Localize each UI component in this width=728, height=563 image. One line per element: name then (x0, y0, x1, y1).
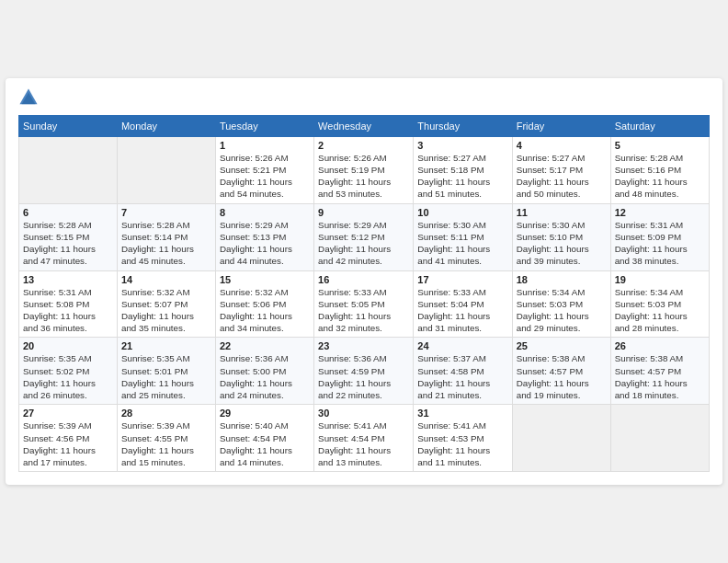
weekday-header-row: SundayMondayTuesdayWednesdayThursdayFrid… (19, 115, 710, 136)
day-number: 20 (23, 340, 113, 351)
day-number: 22 (220, 340, 310, 351)
day-number: 31 (417, 408, 507, 419)
day-detail: Sunrise: 5:39 AM Sunset: 4:56 PM Dayligh… (23, 419, 113, 468)
day-detail: Sunrise: 5:33 AM Sunset: 5:05 PM Dayligh… (318, 286, 409, 335)
day-detail: Sunrise: 5:38 AM Sunset: 4:57 PM Dayligh… (615, 352, 705, 401)
day-number: 9 (318, 207, 409, 218)
calendar-cell: 22Sunrise: 5:36 AM Sunset: 5:00 PM Dayli… (215, 338, 313, 405)
day-number: 15 (220, 274, 310, 285)
day-number: 11 (517, 207, 607, 218)
calendar-cell: 21Sunrise: 5:35 AM Sunset: 5:01 PM Dayli… (117, 338, 215, 405)
day-number: 3 (417, 140, 507, 151)
day-detail: Sunrise: 5:36 AM Sunset: 5:00 PM Dayligh… (220, 352, 310, 401)
day-detail: Sunrise: 5:27 AM Sunset: 5:17 PM Dayligh… (517, 152, 607, 201)
weekday-monday: Monday (117, 115, 215, 136)
calendar-cell: 30Sunrise: 5:41 AM Sunset: 4:54 PM Dayli… (314, 405, 414, 472)
calendar-cell: 12Sunrise: 5:31 AM Sunset: 5:09 PM Dayli… (610, 203, 709, 270)
calendar-cell: 14Sunrise: 5:32 AM Sunset: 5:07 PM Dayli… (117, 270, 215, 338)
day-detail: Sunrise: 5:41 AM Sunset: 4:54 PM Dayligh… (318, 419, 409, 468)
weekday-friday: Friday (512, 115, 610, 136)
day-detail: Sunrise: 5:34 AM Sunset: 5:03 PM Dayligh… (517, 286, 607, 335)
day-detail: Sunrise: 5:32 AM Sunset: 5:06 PM Dayligh… (220, 286, 310, 335)
logo-icon (18, 87, 39, 108)
calendar-cell: 24Sunrise: 5:37 AM Sunset: 4:58 PM Dayli… (414, 338, 512, 405)
week-row-1: 1Sunrise: 5:26 AM Sunset: 5:21 PM Daylig… (19, 136, 710, 203)
weekday-tuesday: Tuesday (215, 115, 313, 136)
day-detail: Sunrise: 5:28 AM Sunset: 5:16 PM Dayligh… (615, 152, 705, 201)
day-detail: Sunrise: 5:38 AM Sunset: 4:57 PM Dayligh… (517, 352, 607, 401)
calendar-cell: 2Sunrise: 5:26 AM Sunset: 5:19 PM Daylig… (314, 136, 414, 203)
week-row-2: 6Sunrise: 5:28 AM Sunset: 5:15 PM Daylig… (19, 203, 710, 270)
day-detail: Sunrise: 5:28 AM Sunset: 5:14 PM Dayligh… (121, 219, 211, 268)
calendar-header (18, 87, 710, 108)
calendar-cell: 27Sunrise: 5:39 AM Sunset: 4:56 PM Dayli… (19, 405, 118, 472)
calendar-cell: 9Sunrise: 5:29 AM Sunset: 5:12 PM Daylig… (314, 203, 414, 270)
calendar-cell: 5Sunrise: 5:28 AM Sunset: 5:16 PM Daylig… (610, 136, 709, 203)
calendar-cell: 15Sunrise: 5:32 AM Sunset: 5:06 PM Dayli… (215, 270, 313, 338)
day-detail: Sunrise: 5:27 AM Sunset: 5:18 PM Dayligh… (417, 152, 507, 201)
day-detail: Sunrise: 5:30 AM Sunset: 5:11 PM Dayligh… (417, 219, 507, 268)
calendar-cell: 16Sunrise: 5:33 AM Sunset: 5:05 PM Dayli… (314, 270, 414, 338)
day-number: 18 (517, 274, 607, 285)
day-number: 25 (517, 340, 607, 351)
calendar-cell: 20Sunrise: 5:35 AM Sunset: 5:02 PM Dayli… (19, 338, 118, 405)
day-number: 4 (517, 140, 607, 151)
day-detail: Sunrise: 5:32 AM Sunset: 5:07 PM Dayligh… (121, 286, 211, 335)
calendar-table: SundayMondayTuesdayWednesdayThursdayFrid… (18, 115, 710, 472)
day-number: 19 (615, 274, 705, 285)
calendar-cell: 31Sunrise: 5:41 AM Sunset: 4:53 PM Dayli… (414, 405, 512, 472)
day-detail: Sunrise: 5:34 AM Sunset: 5:03 PM Dayligh… (615, 286, 705, 335)
calendar-cell: 13Sunrise: 5:31 AM Sunset: 5:08 PM Dayli… (19, 270, 118, 338)
calendar-cell (610, 405, 709, 472)
day-number: 13 (23, 274, 113, 285)
day-detail: Sunrise: 5:26 AM Sunset: 5:19 PM Dayligh… (318, 152, 409, 201)
weekday-saturday: Saturday (610, 115, 709, 136)
calendar-cell: 18Sunrise: 5:34 AM Sunset: 5:03 PM Dayli… (512, 270, 610, 338)
day-detail: Sunrise: 5:35 AM Sunset: 5:02 PM Dayligh… (23, 352, 113, 401)
calendar-cell: 29Sunrise: 5:40 AM Sunset: 4:54 PM Dayli… (215, 405, 313, 472)
day-number: 2 (318, 140, 409, 151)
weekday-thursday: Thursday (414, 115, 512, 136)
calendar-cell: 6Sunrise: 5:28 AM Sunset: 5:15 PM Daylig… (19, 203, 118, 270)
calendar-cell: 8Sunrise: 5:29 AM Sunset: 5:13 PM Daylig… (215, 203, 313, 270)
day-number: 30 (318, 408, 409, 419)
day-number: 6 (23, 207, 113, 218)
calendar-cell: 10Sunrise: 5:30 AM Sunset: 5:11 PM Dayli… (414, 203, 512, 270)
weekday-wednesday: Wednesday (314, 115, 414, 136)
day-number: 7 (121, 207, 211, 218)
calendar-cell: 23Sunrise: 5:36 AM Sunset: 4:59 PM Dayli… (314, 338, 414, 405)
day-detail: Sunrise: 5:31 AM Sunset: 5:08 PM Dayligh… (23, 286, 113, 335)
week-row-3: 13Sunrise: 5:31 AM Sunset: 5:08 PM Dayli… (19, 270, 710, 338)
day-detail: Sunrise: 5:28 AM Sunset: 5:15 PM Dayligh… (23, 219, 113, 268)
weekday-sunday: Sunday (19, 115, 118, 136)
day-number: 28 (121, 408, 211, 419)
calendar-container: SundayMondayTuesdayWednesdayThursdayFrid… (6, 78, 722, 485)
week-row-4: 20Sunrise: 5:35 AM Sunset: 5:02 PM Dayli… (19, 338, 710, 405)
day-detail: Sunrise: 5:37 AM Sunset: 4:58 PM Dayligh… (417, 352, 507, 401)
day-number: 17 (417, 274, 507, 285)
calendar-cell (19, 136, 118, 203)
day-detail: Sunrise: 5:29 AM Sunset: 5:13 PM Dayligh… (220, 219, 310, 268)
day-detail: Sunrise: 5:33 AM Sunset: 5:04 PM Dayligh… (417, 286, 507, 335)
day-detail: Sunrise: 5:29 AM Sunset: 5:12 PM Dayligh… (318, 219, 409, 268)
day-number: 24 (417, 340, 507, 351)
calendar-cell: 3Sunrise: 5:27 AM Sunset: 5:18 PM Daylig… (414, 136, 512, 203)
day-number: 14 (121, 274, 211, 285)
calendar-cell: 19Sunrise: 5:34 AM Sunset: 5:03 PM Dayli… (610, 270, 709, 338)
day-number: 27 (23, 408, 113, 419)
day-detail: Sunrise: 5:26 AM Sunset: 5:21 PM Dayligh… (220, 152, 310, 201)
calendar-cell: 4Sunrise: 5:27 AM Sunset: 5:17 PM Daylig… (512, 136, 610, 203)
day-detail: Sunrise: 5:36 AM Sunset: 4:59 PM Dayligh… (318, 352, 409, 401)
day-number: 26 (615, 340, 705, 351)
calendar-cell: 1Sunrise: 5:26 AM Sunset: 5:21 PM Daylig… (215, 136, 313, 203)
calendar-cell: 26Sunrise: 5:38 AM Sunset: 4:57 PM Dayli… (610, 338, 709, 405)
day-detail: Sunrise: 5:31 AM Sunset: 5:09 PM Dayligh… (615, 219, 705, 268)
day-number: 1 (220, 140, 310, 151)
day-number: 16 (318, 274, 409, 285)
day-number: 23 (318, 340, 409, 351)
day-number: 5 (615, 140, 705, 151)
day-detail: Sunrise: 5:35 AM Sunset: 5:01 PM Dayligh… (121, 352, 211, 401)
day-detail: Sunrise: 5:39 AM Sunset: 4:55 PM Dayligh… (121, 419, 211, 468)
day-detail: Sunrise: 5:40 AM Sunset: 4:54 PM Dayligh… (220, 419, 310, 468)
week-row-5: 27Sunrise: 5:39 AM Sunset: 4:56 PM Dayli… (19, 405, 710, 472)
